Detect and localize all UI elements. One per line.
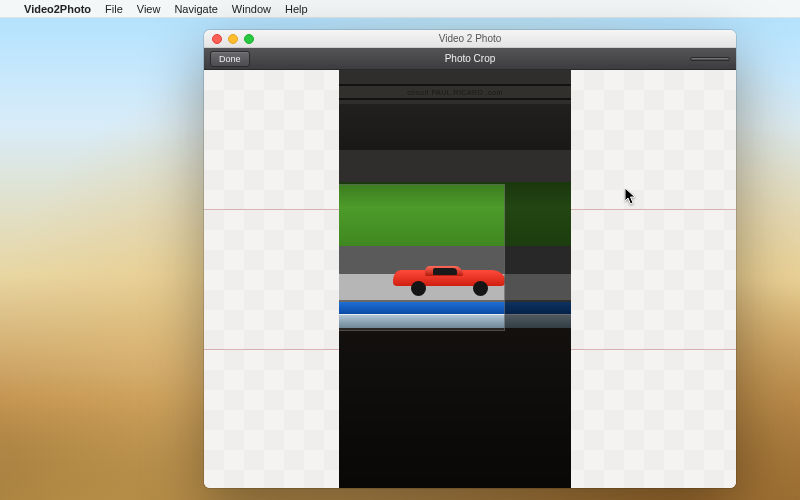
toolbar-action-button[interactable]: [690, 57, 730, 61]
app-window: Video 2 Photo Done Photo Crop circuit PA…: [204, 30, 736, 488]
menubar-item-window[interactable]: Window: [232, 3, 271, 15]
menubar-item-help[interactable]: Help: [285, 3, 308, 15]
mouse-pointer-icon: [625, 188, 637, 206]
crop-workspace[interactable]: circuit PAUL RICARD .com: [204, 70, 736, 488]
menubar-item-file[interactable]: File: [105, 3, 123, 15]
zoom-icon[interactable]: [244, 34, 254, 44]
menubar-item-view[interactable]: View: [137, 3, 161, 15]
done-button[interactable]: Done: [210, 51, 250, 67]
window-titlebar[interactable]: Video 2 Photo: [204, 30, 736, 48]
system-menubar: Video2Photo File View Navigate Window He…: [0, 0, 800, 18]
crop-selection[interactable]: circuit PAUL RICARD .com: [339, 185, 504, 330]
toolbar: Done Photo Crop: [204, 48, 736, 70]
menubar-item-navigate[interactable]: Navigate: [174, 3, 217, 15]
menubar-app-name[interactable]: Video2Photo: [24, 3, 91, 15]
minimize-icon[interactable]: [228, 34, 238, 44]
close-icon[interactable]: [212, 34, 222, 44]
traffic-lights: [212, 34, 254, 44]
window-title: Video 2 Photo: [204, 33, 736, 44]
toolbar-title: Photo Crop: [204, 53, 736, 64]
photo-frame[interactable]: circuit PAUL RICARD .com: [339, 70, 571, 488]
